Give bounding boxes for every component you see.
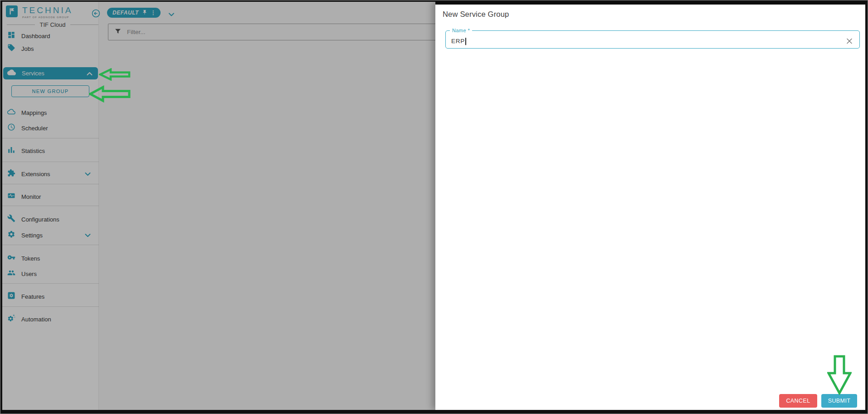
main-region: TECHNIA PART OF ADDNODE GROUP TIF Cloud … xyxy=(2,2,435,410)
tif-cloud-app: TECHNIA PART OF ADDNODE GROUP TIF Cloud … xyxy=(2,2,865,410)
name-field-value: ERP xyxy=(451,38,465,44)
submit-button[interactable]: SUBMIT xyxy=(821,394,857,408)
drawer-footer: CANCEL SUBMIT xyxy=(779,394,857,408)
screenshot-frame: TECHNIA PART OF ADDNODE GROUP TIF Cloud … xyxy=(0,0,868,414)
modal-backdrop[interactable] xyxy=(2,2,435,410)
drawer-title: New Service Group xyxy=(443,10,509,19)
new-service-group-drawer: New Service Group Name * ERP CANCEL SUBM… xyxy=(435,2,865,410)
text-caret xyxy=(465,38,466,45)
name-field[interactable]: Name * ERP xyxy=(445,28,860,49)
clear-icon[interactable] xyxy=(846,37,853,46)
name-field-label: Name * xyxy=(450,28,472,33)
cancel-button[interactable]: CANCEL xyxy=(779,394,817,408)
